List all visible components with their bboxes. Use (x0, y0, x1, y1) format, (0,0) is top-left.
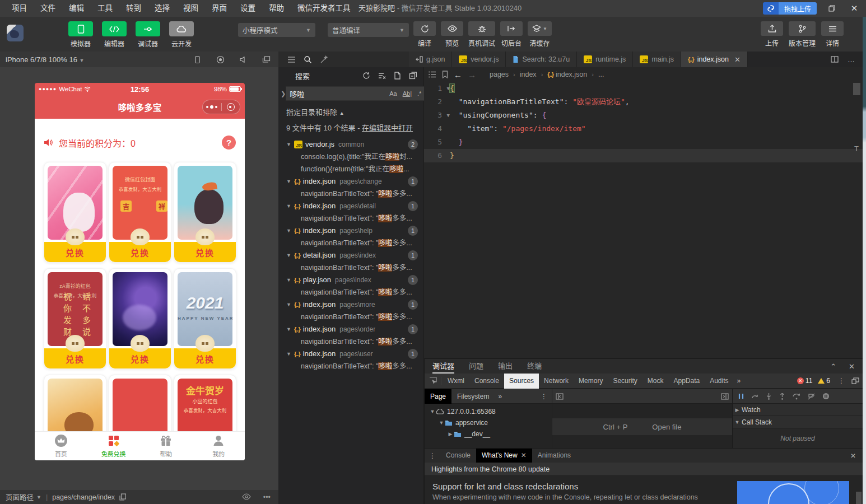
split-editor-icon[interactable] (831, 56, 839, 63)
tab-我的[interactable]: 我的 (192, 432, 245, 460)
open-new-search-editor-icon[interactable] (394, 72, 401, 80)
collapse-drawer-icon[interactable]: ⌃ (830, 362, 836, 371)
menu-item-工具[interactable]: 工具 (91, 0, 119, 17)
deactivate-breakpoints-icon[interactable] (808, 393, 815, 400)
search-result-match[interactable]: navigationBarTitleText": "哆啦多多... (278, 237, 423, 249)
breadcrumb-item-index.json[interactable]: {..}index.json (547, 71, 587, 78)
scrollbar-thumb[interactable] (853, 83, 860, 95)
devtools-tab-Wxml[interactable]: Wxml (443, 374, 469, 389)
navigator-kebab-icon[interactable]: ⋮ (541, 393, 552, 400)
more-tabs-icon[interactable]: » (734, 377, 744, 385)
copy-icon[interactable] (119, 493, 126, 501)
menu-item-视图[interactable]: 视图 (177, 0, 204, 17)
search-result-file[interactable]: ▼JSvendor.jscommon2 (278, 138, 423, 151)
devtools-tab-Security[interactable]: Security (608, 374, 642, 389)
drawer-tab-调试器[interactable]: 调试器 (432, 359, 454, 374)
redeem-card[interactable]: 兑换 (109, 268, 171, 369)
menu-item-帮助[interactable]: 帮助 (263, 0, 290, 17)
version-control-button[interactable]: 版本管理 (789, 21, 816, 48)
drag-upload-button[interactable]: 拖拽上传 (763, 2, 817, 15)
tab-首页[interactable]: 首页 (35, 432, 87, 460)
redeem-card[interactable]: 2021HAPPY NEW YEAR兑换 (174, 268, 236, 369)
exit-miniprogram-button[interactable] (222, 103, 240, 111)
forward-icon[interactable]: → (468, 70, 476, 80)
regex-toggle[interactable]: .* (416, 90, 422, 97)
drawer-tab-终端[interactable]: 终端 (527, 359, 542, 374)
multi-window-icon[interactable] (262, 55, 271, 64)
search-icon[interactable] (304, 55, 312, 64)
search-result-file[interactable]: ▼{..}index.jsonpages\help1 (278, 225, 423, 237)
window-close-button[interactable]: ✕ (845, 0, 864, 17)
pause-on-exceptions-icon[interactable] (822, 393, 830, 400)
toggle-simulator-button[interactable]: 模拟器 (67, 21, 94, 48)
tab-帮助[interactable]: 帮助 (140, 432, 193, 460)
help-button[interactable]: ? (222, 136, 236, 150)
menu-item-界面[interactable]: 界面 (206, 0, 233, 17)
resume-icon[interactable] (751, 393, 758, 400)
devtools-tab-Audits[interactable]: Audits (705, 374, 733, 389)
editor-tab-runtime.js[interactable]: JSruntime.js (577, 52, 633, 67)
search-result-match[interactable]: navigationBarTitleText": "哆啦多多... (278, 188, 423, 200)
redeem-card[interactable]: 兑换 (44, 162, 106, 263)
menu-item-转到[interactable]: 转到 (120, 0, 147, 17)
search-result-match[interactable]: navigationBarTitleText": "哆啦多多... (278, 286, 423, 298)
bookmark-icon[interactable] (442, 71, 448, 78)
devtools-tab-Sources[interactable]: Sources (504, 374, 539, 389)
search-result-match[interactable]: navigationBarTitleText": "哆啦多多... (278, 262, 423, 274)
scope-toggle[interactable]: 指定目录和排除 ▲ (278, 103, 423, 118)
close-tab-icon[interactable]: ✕ (521, 451, 527, 459)
pause-script-icon[interactable] (738, 393, 744, 399)
drawer2-tab-Console[interactable]: Console (440, 449, 476, 463)
search-result-file[interactable]: ▼{..}play.jsonpages\index1 (278, 274, 423, 286)
drawer-kebab-icon[interactable]: ⋮ (425, 452, 440, 460)
drawer-tab-输出[interactable]: 输出 (498, 359, 513, 374)
close-tab-icon[interactable]: ✕ (734, 55, 741, 64)
toggle-cloud-dev-button[interactable]: 云开发 (168, 21, 195, 48)
editor-tab-g.json[interactable]: g.json (409, 52, 452, 67)
devtools-kebab-icon[interactable]: ⋮ (835, 377, 848, 385)
search-result-match[interactable]: navigationBarTitleText": "哆啦多多... (278, 311, 423, 323)
menu-item-编辑[interactable]: 编辑 (63, 0, 90, 17)
fold-chevron-icon[interactable]: ▼ (442, 109, 450, 122)
callstack-section-header[interactable]: ▼Call Stack (733, 416, 863, 428)
compile-button[interactable]: 编译 (413, 21, 436, 48)
compile-mode-select[interactable]: 普通编译▼ (328, 23, 409, 37)
step-into-icon[interactable] (766, 393, 772, 400)
outline-icon[interactable] (429, 71, 436, 78)
navigator-tab-Page[interactable]: Page (425, 389, 451, 404)
toggle-replace-icon[interactable]: ❯ (281, 90, 286, 97)
record-icon[interactable] (216, 55, 225, 64)
chrome-update-image[interactable] (737, 481, 849, 504)
scheme-mode-select[interactable]: 小程序模式▼ (238, 23, 315, 37)
breadcrumb-item-...[interactable]: ... (598, 71, 604, 78)
search-result-match[interactable]: navigationBarTitleText": "哆啦多多... (278, 212, 423, 225)
devtools-tab-AppData[interactable]: AppData (668, 374, 705, 389)
more-actions-icon[interactable]: … (848, 55, 855, 64)
tab-免费兑换[interactable]: 免费兑换 (87, 432, 140, 460)
close-drawer-icon[interactable]: ✕ (849, 362, 855, 371)
warning-counter[interactable]: 6 (818, 377, 830, 385)
undock-icon[interactable] (848, 377, 863, 384)
switch-background-button[interactable]: 切后台 (500, 21, 523, 48)
back-icon[interactable]: ← (454, 70, 462, 80)
redeem-card[interactable]: zA青衫的红包恭喜发财，大吉大利祝你发财话不多说兑换 (44, 268, 106, 369)
editor-scrollbar[interactable]: T (853, 82, 860, 345)
device-selector[interactable]: iPhone 6/7/8 100% 16 ▼ (0, 55, 84, 64)
redeem-card[interactable]: 微信红包封面恭喜发财，大吉大利吉祥兑换 (109, 162, 171, 263)
devtools-tab-Mock[interactable]: Mock (642, 374, 669, 389)
search-result-match[interactable]: console.log(e),{title:"我正在哆啦封... (278, 151, 423, 163)
more-dots-icon[interactable]: ••• (263, 493, 271, 501)
breadcrumb-item-index[interactable]: index (520, 71, 537, 78)
code-area[interactable]: 1▼{2 "navigationBarTitleText": "欧皇源码论坛",… (424, 82, 863, 162)
watch-section-header[interactable]: ▶Watch (733, 404, 863, 416)
page-path-label[interactable]: 页面路径 (6, 492, 34, 502)
upload-button[interactable]: 上传 (761, 21, 783, 48)
preview-button[interactable]: 预览 (441, 21, 463, 48)
devtools-tab-Memory[interactable]: Memory (574, 374, 608, 389)
editor-tab-index.json[interactable]: {..}index.json✕ (681, 52, 748, 67)
navigator-tab-Filesystem[interactable]: Filesystem (451, 389, 495, 404)
search-result-match[interactable]: navigationBarTitleText": "哆啦多多... (278, 335, 423, 348)
menu-item-项目[interactable]: 项目 (6, 0, 33, 17)
menu-item-微信开发者工具[interactable]: 微信开发者工具 (291, 0, 357, 17)
menu-item-选择[interactable]: 选择 (148, 0, 176, 17)
